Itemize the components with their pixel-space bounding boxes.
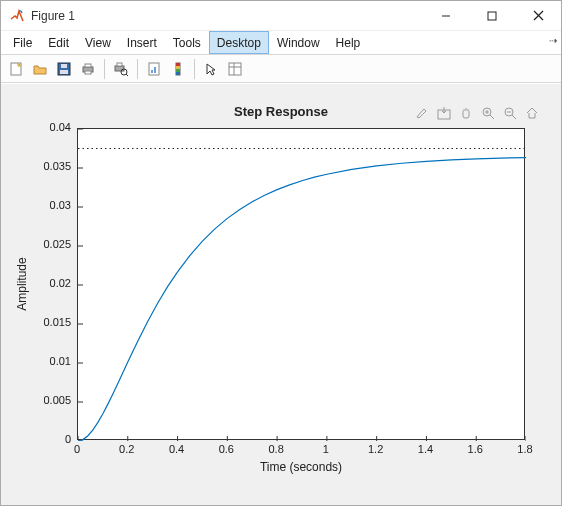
svg-rect-12 <box>117 63 122 66</box>
svg-rect-9 <box>85 64 91 67</box>
y-tick-label: 0.025 <box>27 238 71 250</box>
property-inspector-icon[interactable] <box>224 58 246 80</box>
svg-rect-16 <box>151 70 153 73</box>
svg-line-14 <box>126 74 128 76</box>
minimize-button[interactable] <box>423 1 469 30</box>
close-button[interactable] <box>515 1 561 30</box>
menu-desktop[interactable]: Desktop <box>209 31 269 54</box>
titlebar: Figure 1 <box>1 1 561 31</box>
toolbar <box>1 55 561 83</box>
svg-rect-19 <box>176 63 180 66</box>
svg-rect-21 <box>176 69 180 72</box>
y-tick-label: 0.005 <box>27 394 71 406</box>
y-tick-label: 0.03 <box>27 199 71 211</box>
x-axis-label: Time (seconds) <box>77 460 525 474</box>
svg-rect-20 <box>176 66 180 69</box>
menu-help[interactable]: Help <box>328 31 369 54</box>
brush-icon[interactable] <box>413 104 431 122</box>
svg-rect-23 <box>229 63 241 75</box>
maximize-button[interactable] <box>469 1 515 30</box>
x-tick-label: 0.8 <box>261 443 291 455</box>
print-preview-icon[interactable] <box>110 58 132 80</box>
svg-rect-1 <box>488 12 496 20</box>
menu-view[interactable]: View <box>77 31 119 54</box>
home-icon[interactable] <box>523 104 541 122</box>
x-tick-label: 1.4 <box>410 443 440 455</box>
y-tick-label: 0.04 <box>27 121 71 133</box>
link-plot-icon[interactable] <box>143 58 165 80</box>
axes[interactable] <box>77 128 525 440</box>
x-tick-label: 0.6 <box>211 443 241 455</box>
svg-rect-17 <box>154 67 156 73</box>
axes-toolbar <box>413 104 541 122</box>
menu-tools[interactable]: Tools <box>165 31 209 54</box>
svg-rect-7 <box>60 70 68 74</box>
open-icon[interactable] <box>29 58 51 80</box>
menu-insert[interactable]: Insert <box>119 31 165 54</box>
x-tick-label: 1.6 <box>460 443 490 455</box>
x-tick-label: 0.4 <box>162 443 192 455</box>
save-icon[interactable] <box>53 58 75 80</box>
export-icon[interactable] <box>435 104 453 122</box>
svg-rect-10 <box>85 71 91 74</box>
y-tick-label: 0.015 <box>27 316 71 328</box>
cursor-icon[interactable] <box>200 58 222 80</box>
x-tick-label: 1.2 <box>361 443 391 455</box>
window-title: Figure 1 <box>31 9 75 23</box>
menu-window[interactable]: Window <box>269 31 328 54</box>
svg-rect-11 <box>115 66 124 71</box>
new-figure-icon[interactable] <box>5 58 27 80</box>
x-tick-label: 1.8 <box>510 443 540 455</box>
svg-rect-6 <box>61 64 67 68</box>
svg-rect-22 <box>176 72 180 75</box>
matlab-icon <box>9 8 25 24</box>
y-tick-label: 0 <box>27 433 71 445</box>
svg-line-32 <box>512 115 516 119</box>
zoom-in-icon[interactable] <box>479 104 497 122</box>
colorbar-icon[interactable] <box>167 58 189 80</box>
y-tick-label: 0.035 <box>27 160 71 172</box>
zoom-out-icon[interactable] <box>501 104 519 122</box>
pan-icon[interactable] <box>457 104 475 122</box>
menu-file[interactable]: File <box>5 31 40 54</box>
svg-line-28 <box>490 115 494 119</box>
x-tick-label: 0.2 <box>112 443 142 455</box>
y-tick-label: 0.02 <box>27 277 71 289</box>
figure-area: Step Response Amplitude Time (seconds) 0… <box>1 84 561 505</box>
x-tick-label: 1 <box>311 443 341 455</box>
menu-edit[interactable]: Edit <box>40 31 77 54</box>
menubar: FileEditViewInsertToolsDesktopWindowHelp… <box>1 31 561 55</box>
dock-arrow-icon[interactable]: ⇢ <box>549 35 557 46</box>
y-tick-label: 0.01 <box>27 355 71 367</box>
print-icon[interactable] <box>77 58 99 80</box>
